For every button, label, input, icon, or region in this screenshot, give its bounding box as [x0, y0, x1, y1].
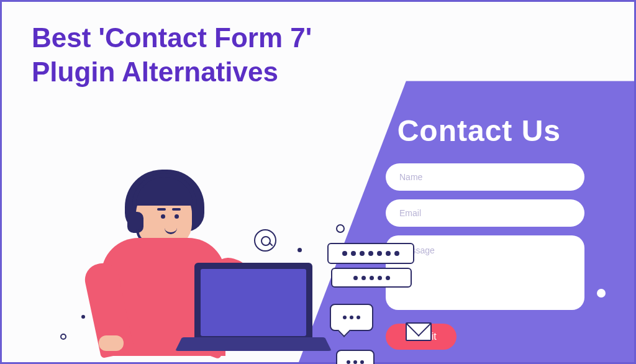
headline-line-2: Plugin Alternatives: [32, 57, 278, 87]
headline: Best 'Contact Form 7' Plugin Alternative…: [32, 20, 312, 89]
support-agent-illustration: [83, 107, 381, 362]
deco-ring: [336, 224, 345, 233]
password-field-icon: [331, 268, 412, 288]
banner-container: Best 'Contact Form 7' Plugin Alternative…: [0, 0, 636, 364]
search-icon: [254, 229, 276, 252]
headset-icon: [132, 173, 197, 211]
password-field-icon: [327, 243, 414, 264]
email-placeholder: Email: [399, 208, 421, 218]
envelope-icon: [406, 322, 432, 341]
chat-bubble-icon: [336, 350, 375, 364]
chat-bubble-icon: [330, 304, 373, 331]
deco-dot-white: [597, 289, 606, 298]
deco-dot: [298, 248, 302, 252]
contact-us-heading: Contact Us: [398, 114, 561, 148]
name-placeholder: Name: [399, 172, 422, 182]
deco-ring: [60, 334, 66, 340]
email-field[interactable]: Email: [386, 199, 584, 227]
message-field[interactable]: Message: [386, 235, 584, 310]
laptop-illustration: [182, 263, 325, 362]
headline-line-1: Best 'Contact Form 7': [32, 22, 312, 53]
name-field[interactable]: Name: [386, 163, 584, 191]
